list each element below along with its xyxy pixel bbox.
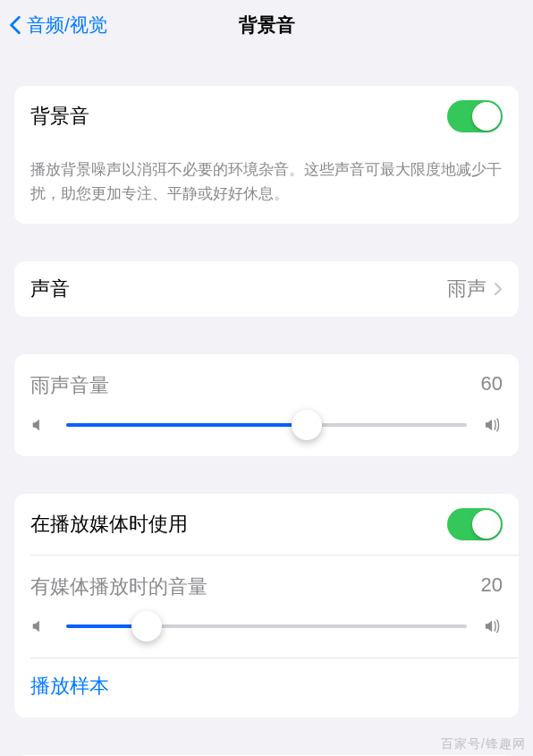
sound-label: 声音 xyxy=(30,276,447,302)
sound-value: 雨声 xyxy=(447,276,486,302)
volume-high-icon xyxy=(483,616,503,636)
bg-sound-description: 播放背景噪声以消弭不必要的环境杂音。这些声音可最大限度地减少干扰，助您更加专注、… xyxy=(14,147,519,224)
back-button[interactable]: 音频/视觉 xyxy=(9,13,107,38)
group-sound-select: 声音 雨声 xyxy=(14,261,519,317)
play-sample-link: 播放样本 xyxy=(30,675,109,697)
bg-sound-label: 背景音 xyxy=(30,103,447,130)
volume-high-icon xyxy=(483,415,503,435)
volume-low-icon xyxy=(30,415,50,435)
chevron-left-icon xyxy=(9,14,23,36)
volume-low-icon xyxy=(30,616,50,636)
rain-volume-value: 60 xyxy=(481,372,503,399)
group-rain-volume: 雨声音量 60 xyxy=(14,354,519,456)
group-media: 在播放媒体时使用 有媒体播放时的音量 20 播放样本 xyxy=(14,494,519,718)
rain-volume-slider[interactable] xyxy=(66,423,467,427)
row-play-sample[interactable]: 播放样本 xyxy=(14,658,519,718)
rain-volume-title: 雨声音量 xyxy=(30,372,481,399)
back-label: 音频/视觉 xyxy=(27,13,107,38)
media-volume-value: 20 xyxy=(481,573,503,600)
chevron-right-icon xyxy=(494,282,503,296)
media-volume-slider[interactable] xyxy=(66,624,467,628)
bg-sound-switch[interactable] xyxy=(447,100,503,132)
group-background-sound: 背景音 播放背景噪声以消弭不必要的环境杂音。这些声音可最大限度地减少干扰，助您更… xyxy=(14,86,519,224)
media-volume-title: 有媒体播放时的音量 xyxy=(30,573,481,600)
row-bg-sound-toggle: 背景音 xyxy=(14,86,519,147)
nav-bar: 音频/视觉 背景音 xyxy=(0,0,533,50)
watermark: 百家号/锋趣网 xyxy=(441,736,526,752)
row-media-toggle: 在播放媒体时使用 xyxy=(14,494,519,555)
row-sound-select[interactable]: 声音 雨声 xyxy=(14,261,519,317)
media-switch[interactable] xyxy=(447,508,503,540)
media-label: 在播放媒体时使用 xyxy=(30,511,447,538)
